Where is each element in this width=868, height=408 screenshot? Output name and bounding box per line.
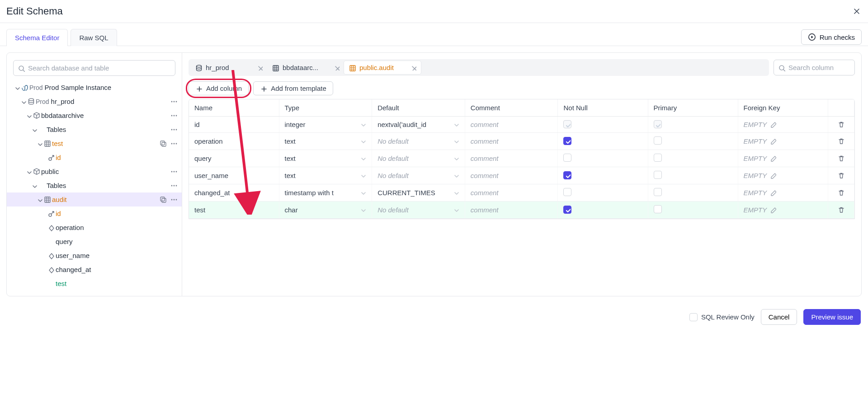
- col-type-cell[interactable]: timestamp with t: [279, 184, 372, 201]
- plus-icon: [260, 85, 267, 92]
- col-fk-cell[interactable]: EMPTY: [738, 184, 828, 201]
- tree-column[interactable]: test: [7, 277, 182, 291]
- close-icon: [410, 65, 416, 70]
- tree-schema[interactable]: public: [7, 164, 182, 178]
- tree-column[interactable]: id: [7, 150, 182, 164]
- editor-tab[interactable]: bbdataarc...: [267, 61, 344, 74]
- delete-row-button[interactable]: [834, 155, 849, 162]
- tree-table[interactable]: test: [7, 136, 182, 150]
- col-comment-cell[interactable]: comment: [465, 167, 558, 184]
- col-default-cell[interactable]: No default: [372, 132, 465, 150]
- col-name-cell[interactable]: operation: [189, 132, 279, 150]
- chevron-down-icon: [20, 98, 26, 105]
- col-comment-cell[interactable]: comment: [465, 117, 558, 133]
- check-icon: [565, 122, 571, 127]
- tree-column[interactable]: user_name: [7, 249, 182, 263]
- checkbox[interactable]: [689, 313, 698, 321]
- checkbox[interactable]: [563, 137, 571, 145]
- checkbox[interactable]: [654, 136, 662, 145]
- tab-close-button[interactable]: [334, 65, 340, 70]
- tab-close-button[interactable]: [257, 65, 263, 70]
- tree-column[interactable]: query: [7, 234, 182, 249]
- tree-column[interactable]: changed_at: [7, 263, 182, 277]
- tree-tables-group[interactable]: Tables: [7, 178, 182, 192]
- chevron-down-icon: [359, 121, 366, 128]
- add-from-template-button[interactable]: Add from template: [253, 81, 333, 95]
- add-column-button[interactable]: Add column: [189, 81, 249, 95]
- tree-table[interactable]: audit: [7, 192, 182, 206]
- db-icon: [195, 64, 202, 71]
- plus-icon: [195, 85, 203, 92]
- checkbox[interactable]: [654, 171, 662, 179]
- delete-row-button[interactable]: [834, 172, 849, 179]
- checkbox[interactable]: [563, 206, 571, 214]
- col-comment-cell[interactable]: comment: [465, 201, 558, 218]
- trash-icon: [837, 137, 844, 145]
- tree-instance[interactable]: ProdProd Sample Instance: [7, 80, 182, 94]
- col-name-cell[interactable]: id: [189, 117, 279, 133]
- cancel-button[interactable]: Cancel: [761, 309, 797, 325]
- col-fk-cell[interactable]: EMPTY: [738, 150, 828, 167]
- col-type-cell[interactable]: text: [279, 167, 372, 184]
- col-fk-cell[interactable]: EMPTY: [738, 117, 828, 133]
- delete-row-button[interactable]: [834, 137, 849, 145]
- checkbox[interactable]: [563, 188, 571, 196]
- delete-row-button[interactable]: [834, 206, 849, 213]
- editor-tab[interactable]: hr_prod: [190, 61, 267, 74]
- col-fk-cell[interactable]: EMPTY: [738, 167, 828, 184]
- chevron-down-icon: [453, 189, 459, 196]
- col-type-cell[interactable]: text: [279, 150, 372, 167]
- checkbox[interactable]: [654, 205, 662, 213]
- column-row: test char No default comment EMPTY: [189, 201, 854, 218]
- col-name-cell[interactable]: query: [189, 150, 279, 167]
- col-default-cell[interactable]: No default: [372, 201, 465, 218]
- diamond-icon: [47, 224, 55, 231]
- tab-raw-sql[interactable]: Raw SQL: [71, 29, 117, 46]
- col-default-cell[interactable]: No default: [372, 150, 465, 167]
- run-checks-button[interactable]: Run checks: [801, 29, 862, 45]
- col-default-cell[interactable]: No default: [372, 167, 465, 184]
- tree-column[interactable]: id: [7, 206, 182, 220]
- sql-review-only-toggle[interactable]: SQL Review Only: [689, 313, 755, 321]
- checkbox[interactable]: [563, 154, 571, 162]
- key-icon: [47, 210, 55, 217]
- col-comment-cell[interactable]: comment: [465, 132, 558, 150]
- col-comment-cell[interactable]: comment: [465, 150, 558, 167]
- col-type-cell[interactable]: text: [279, 132, 372, 150]
- more-icon: [170, 112, 178, 120]
- tree-database[interactable]: Prodhr_prod: [7, 94, 182, 108]
- tab-close-button[interactable]: [410, 65, 416, 70]
- delete-row-button[interactable]: [834, 121, 849, 128]
- checkbox: [654, 120, 662, 128]
- col-notnull-cell: [558, 132, 648, 150]
- col-fk-cell[interactable]: EMPTY: [738, 132, 828, 150]
- column-row: id integer nextval('audit_id comment EMP…: [189, 117, 854, 133]
- col-name-cell[interactable]: changed_at: [189, 184, 279, 201]
- sidebar-search-input[interactable]: [13, 60, 175, 76]
- dialog-header: Edit Schema: [0, 0, 868, 23]
- close-button[interactable]: [852, 6, 862, 16]
- checkbox[interactable]: [654, 154, 662, 162]
- col-name-cell[interactable]: user_name: [189, 167, 279, 184]
- preview-issue-button[interactable]: Preview issue: [803, 309, 861, 325]
- tab-schema-editor[interactable]: Schema Editor: [6, 29, 68, 46]
- editor-tab[interactable]: public.audit: [344, 61, 421, 74]
- search-icon: [778, 64, 785, 71]
- checkbox[interactable]: [563, 171, 571, 179]
- col-type-cell[interactable]: char: [279, 201, 372, 218]
- copy-icon: [159, 140, 167, 148]
- checkbox[interactable]: [654, 188, 662, 196]
- tree-schema[interactable]: bbdataarchive: [7, 108, 182, 122]
- tree-column[interactable]: operation: [7, 220, 182, 234]
- tree-tables-group[interactable]: Tables: [7, 122, 182, 136]
- col-default-cell[interactable]: CURRENT_TIMES: [372, 184, 465, 201]
- col-name-cell[interactable]: test: [189, 201, 279, 218]
- column-search-input[interactable]: [774, 60, 855, 75]
- col-default-cell[interactable]: nextval('audit_id: [372, 117, 465, 133]
- col-comment-cell[interactable]: comment: [465, 184, 558, 201]
- delete-row-button[interactable]: [834, 189, 849, 196]
- col-type-cell[interactable]: integer: [279, 117, 372, 133]
- col-fk-cell[interactable]: EMPTY: [738, 201, 828, 218]
- schema-icon: [33, 168, 41, 176]
- sidebar: ProdProd Sample InstanceProdhr_prodbbdat…: [7, 53, 182, 296]
